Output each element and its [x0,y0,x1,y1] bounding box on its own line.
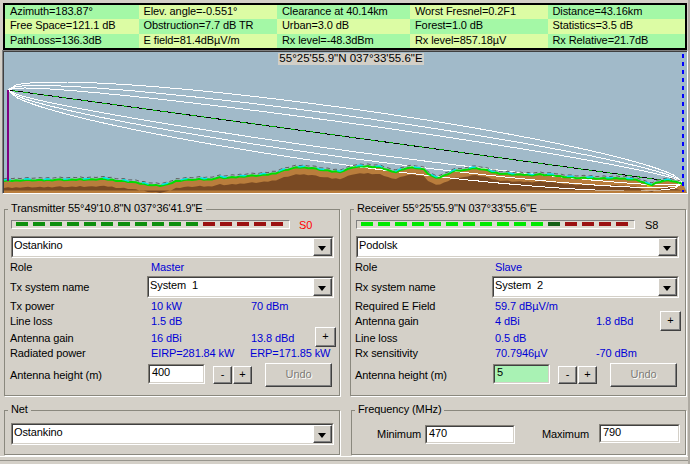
svg-text:55°25'55.9"N 037°33'55.6"E: 55°25'55.9"N 037°33'55.6"E [279,52,423,64]
